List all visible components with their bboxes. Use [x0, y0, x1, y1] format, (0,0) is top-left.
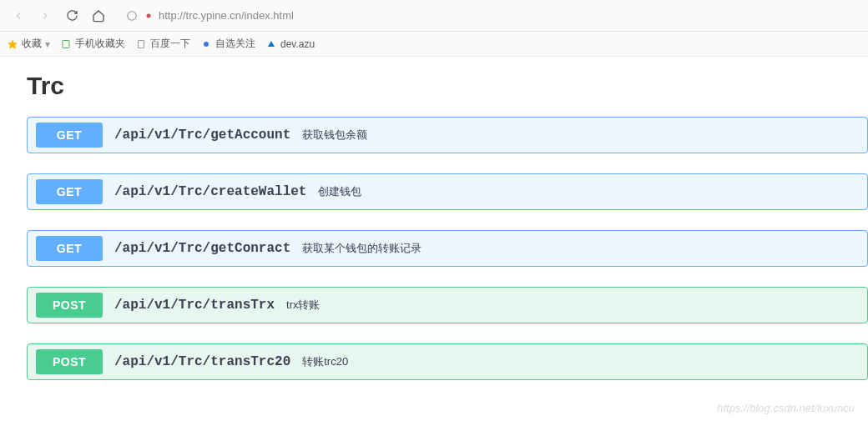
forward-button[interactable]	[33, 4, 57, 28]
svg-point-1	[147, 13, 151, 18]
api-path: /api/v1/Trc/getConract	[114, 241, 290, 256]
reload-button[interactable]	[60, 4, 83, 28]
method-badge: POST	[36, 293, 103, 318]
bookmark-label: dev.azu	[280, 38, 315, 50]
api-row-createwallet[interactable]: GET /api/v1/Trc/createWallet 创建钱包	[27, 173, 868, 210]
bookmark-mobile-favorites[interactable]: 手机收藏夹	[60, 37, 125, 51]
page-title: Trc	[27, 72, 868, 100]
api-path: /api/v1/Trc/transTrx	[114, 298, 275, 313]
api-row-getconract[interactable]: GET /api/v1/Trc/getConract 获取某个钱包的转账记录	[27, 230, 868, 267]
svg-marker-2	[8, 39, 18, 49]
not-secure-icon	[142, 9, 155, 23]
page-icon	[135, 38, 147, 50]
stock-icon	[200, 38, 212, 50]
favorites-menu[interactable]: 收藏 ▾	[7, 37, 50, 51]
browser-toolbar: http://trc.ypine.cn/index.html	[0, 0, 868, 32]
method-badge: GET	[36, 179, 103, 204]
bookmark-label: 自选关注	[215, 37, 255, 51]
api-row-transtrx[interactable]: POST /api/v1/Trc/transTrx trx转账	[27, 287, 868, 323]
api-desc: 创建钱包	[318, 184, 361, 199]
favorites-label: 收藏	[22, 37, 42, 51]
address-bar[interactable]: http://trc.ypine.cn/index.html	[120, 5, 861, 27]
page-content: Trc GET /api/v1/Trc/getAccount 获取钱包余额 GE…	[0, 57, 868, 415]
home-button[interactable]	[87, 4, 110, 28]
api-desc: 获取某个钱包的转账记录	[302, 241, 421, 256]
bookmark-baidu[interactable]: 百度一下	[135, 37, 190, 51]
api-row-transtrc20[interactable]: POST /api/v1/Trc/transTrc20 转账trc20	[27, 343, 868, 380]
svg-marker-6	[268, 41, 275, 47]
svg-point-0	[128, 11, 137, 20]
api-desc: 转账trc20	[302, 354, 348, 369]
method-badge: POST	[36, 349, 103, 374]
site-info-icon	[125, 9, 139, 23]
api-path: /api/v1/Trc/transTrc20	[114, 354, 290, 369]
svg-rect-4	[139, 40, 144, 48]
method-badge: GET	[36, 236, 103, 261]
bookmark-devazu[interactable]: dev.azu	[265, 38, 315, 50]
api-path: /api/v1/Trc/createWallet	[114, 184, 306, 199]
reload-icon	[66, 9, 78, 22]
svg-rect-3	[63, 40, 69, 48]
azure-icon	[265, 38, 277, 50]
svg-point-5	[204, 42, 209, 47]
folder-icon	[60, 38, 72, 50]
home-icon	[92, 9, 105, 23]
method-badge: GET	[36, 123, 103, 148]
star-icon	[7, 38, 18, 50]
chevron-left-icon	[13, 10, 24, 22]
api-desc: trx转账	[286, 298, 320, 313]
back-button[interactable]	[7, 4, 30, 28]
api-desc: 获取钱包余额	[302, 128, 367, 143]
api-row-getaccount[interactable]: GET /api/v1/Trc/getAccount 获取钱包余额	[27, 117, 868, 153]
bookmark-custom-follow[interactable]: 自选关注	[200, 37, 255, 51]
api-path: /api/v1/Trc/getAccount	[114, 128, 290, 143]
url-text: http://trc.ypine.cn/index.html	[159, 9, 294, 22]
bookmark-label: 百度一下	[150, 37, 190, 51]
dropdown-caret-icon: ▾	[45, 38, 50, 50]
watermark: https://blog.csdn.net/luxuncu	[717, 402, 855, 414]
bookmark-label: 手机收藏夹	[75, 37, 125, 51]
chevron-right-icon	[39, 10, 51, 22]
bookmarks-bar: 收藏 ▾ 手机收藏夹 百度一下 自选关注 dev.azu	[0, 32, 868, 57]
